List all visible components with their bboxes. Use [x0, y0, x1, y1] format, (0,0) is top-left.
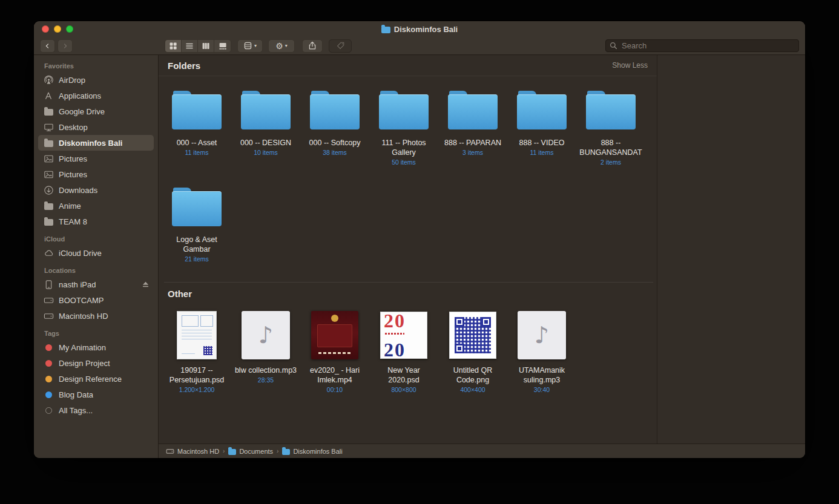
folder-name: 888 -- BUNGANSANDAT [578, 138, 643, 157]
folder-icon [172, 91, 222, 129]
content-area: Folders Show Less 000 -- Asset 11 items … [159, 55, 657, 443]
column-view-icon [201, 41, 211, 51]
tag-dot-red-icon [42, 344, 54, 351]
list-view-icon [185, 41, 194, 51]
cloud-icon [42, 248, 54, 258]
sidebar-item-label: Desktop [59, 123, 88, 132]
chevron-down-icon: ▾ [285, 44, 288, 48]
music-note-icon [535, 324, 549, 347]
sidebar-item-all-tags[interactable]: All Tags... [38, 402, 154, 418]
titlebar[interactable]: Diskominfos Bali [34, 21, 805, 37]
sidebar-item-label: My Animation [59, 343, 106, 352]
sidebar-item-airdrop[interactable]: AirDrop [38, 72, 154, 88]
file-meta: 400×400 [460, 386, 485, 393]
thumbnail-text: 20 [384, 340, 406, 359]
sidebar: Favorites AirDrop Applications Google Dr… [34, 55, 159, 458]
sidebar-item-label: TEAM 8 [59, 217, 87, 226]
tag-button[interactable] [329, 39, 352, 53]
gallery-view-button[interactable] [214, 40, 231, 52]
show-less-link[interactable]: Show Less [612, 61, 648, 70]
pictures-icon [42, 154, 54, 164]
folder-item[interactable]: Logo & Aset Gambar 21 items [162, 182, 231, 271]
file-meta: 1.200×1.200 [179, 386, 215, 393]
sidebar-item-tag-design-reference[interactable]: Design Reference [38, 371, 154, 387]
path-item-documents[interactable]: Documents [228, 447, 273, 455]
file-item[interactable]: 20 20 New Year 2020.psd 800×800 [369, 307, 438, 397]
folder-count: 10 items [254, 149, 278, 156]
video-thumbnail [311, 311, 358, 359]
file-item[interactable]: UTAMAmanik suling.mp3 30:40 [507, 307, 576, 397]
folder-icon [241, 91, 291, 129]
sidebar-item-pictures-1[interactable]: Pictures [38, 151, 154, 166]
path-item-macintosh-hd[interactable]: Macintosh HD [166, 447, 219, 456]
folder-item[interactable]: 000 -- Asset 11 items [162, 85, 231, 174]
window-title: Diskominfos Bali [394, 25, 458, 34]
column-view-button[interactable] [198, 40, 214, 52]
sidebar-item-label: Blog Data [59, 390, 93, 399]
folder-item[interactable]: 888 -- PAPARAN 3 items [438, 85, 507, 174]
sidebar-item-downloads[interactable]: Downloads [38, 182, 154, 198]
pictures-icon [42, 169, 54, 180]
sidebar-section-tags: Tags [34, 324, 158, 339]
folder-item[interactable]: 000 -- DESIGN 10 items [231, 85, 300, 174]
folder-name: 000 -- Softcopy [309, 138, 361, 148]
sidebar-item-desktop[interactable]: Desktop [38, 119, 154, 135]
path-item-diskominfos-bali[interactable]: Diskominfos Bali [282, 447, 342, 455]
file-item[interactable]: ev2020_ - Hari Imlek.mp4 00:10 [300, 307, 369, 397]
file-item[interactable]: 190917 -- Persetujuan.psd 1.200×1.200 [162, 307, 231, 397]
sidebar-item-pictures-2[interactable]: Pictures [38, 166, 154, 182]
section-divider [164, 282, 653, 283]
folder-count: 11 items [185, 149, 209, 156]
folder-proxy-icon[interactable] [381, 27, 390, 33]
icon-view-button[interactable] [165, 40, 182, 52]
eject-icon[interactable] [142, 281, 150, 289]
sidebar-item-icloud-drive[interactable]: iCloud Drive [38, 245, 154, 261]
sidebar-item-macintosh-hd[interactable]: Macintosh HD [38, 308, 154, 324]
folder-count: 50 items [392, 159, 416, 166]
share-button[interactable] [302, 39, 323, 53]
sidebar-item-google-drive[interactable]: Google Drive [38, 103, 154, 119]
file-name: ev2020_ - Hari Imlek.mp4 [302, 365, 367, 385]
file-item[interactable]: Untitled QR Code.png 400×400 [438, 307, 507, 397]
file-item[interactable]: blw collection.mp3 28:35 [231, 307, 300, 397]
folder-item[interactable]: 888 -- VIDEO 11 items [507, 85, 576, 174]
folder-name: 888 -- PAPARAN [444, 138, 501, 148]
forward-button[interactable] [58, 39, 73, 53]
folders-grid: 000 -- Asset 11 items 000 -- DESIGN 10 i… [159, 76, 657, 278]
sidebar-item-anime[interactable]: Anime [38, 198, 154, 214]
folders-section-title: Folders [168, 61, 200, 71]
search-input[interactable] [620, 41, 795, 51]
list-view-button[interactable] [182, 40, 198, 52]
sidebar-item-team-8[interactable]: TEAM 8 [38, 214, 154, 229]
gallery-view-icon [218, 41, 228, 51]
sidebar-item-nasth-ipad[interactable]: nasth iPad [38, 277, 154, 292]
folder-item[interactable]: 111 -- Photos Gallery 50 items [369, 85, 438, 174]
new-year-psd-thumbnail: 20 20 [380, 312, 427, 359]
audio-thumbnail [518, 311, 566, 359]
sidebar-item-label: Pictures [59, 154, 87, 163]
sidebar-item-label: BOOTCAMP [59, 296, 104, 305]
chevron-right-icon [62, 41, 68, 51]
sidebar-item-applications[interactable]: Applications [38, 88, 154, 103]
sidebar-item-label: Downloads [59, 186, 97, 195]
sidebar-item-tag-design-project[interactable]: Design Project [38, 355, 154, 371]
sidebar-item-diskominfos-bali[interactable]: Diskominfos Bali [38, 135, 154, 151]
other-grid: 190917 -- Persetujuan.psd 1.200×1.200 bl… [159, 299, 657, 404]
action-button[interactable]: ⚙ ▾ [268, 39, 295, 53]
folder-item[interactable]: 888 -- BUNGANSANDAT 2 items [576, 85, 645, 174]
folder-name: Logo & Aset Gambar [164, 235, 229, 254]
sidebar-item-label: AirDrop [59, 76, 85, 85]
folder-count: 2 items [600, 159, 621, 166]
path-bar: Macintosh HD › Documents › Diskominfos B… [159, 443, 805, 458]
back-button[interactable] [40, 39, 55, 53]
ipad-icon [42, 280, 54, 290]
sidebar-item-bootcamp[interactable]: BOOTCAMP [38, 292, 154, 308]
folder-item[interactable]: 000 -- Softcopy 38 items [300, 85, 369, 174]
downloads-icon [42, 185, 54, 195]
search-field[interactable] [605, 39, 799, 52]
sidebar-item-tag-blog-data[interactable]: Blog Data [38, 387, 154, 402]
group-button[interactable]: ▾ [237, 39, 263, 53]
sidebar-item-tag-my-animation[interactable]: My Animation [38, 339, 154, 355]
applications-icon [42, 91, 54, 100]
disk-icon [42, 311, 54, 321]
